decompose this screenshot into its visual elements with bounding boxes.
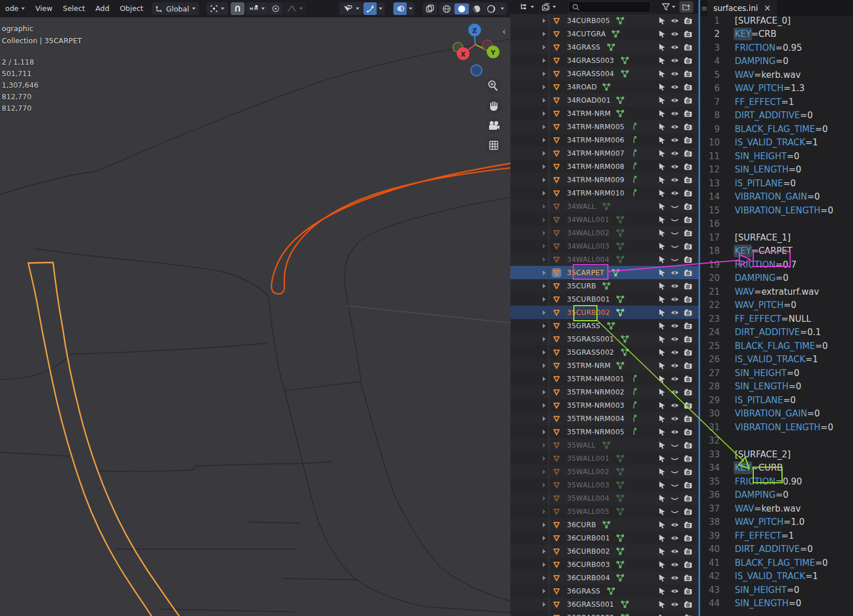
object-data-icon[interactable] — [616, 242, 625, 250]
expand-arrow-icon[interactable] — [543, 456, 546, 461]
outliner-row[interactable]: 35TRM-NRM — [510, 359, 698, 372]
visibility-toggle-icon[interactable] — [670, 587, 679, 596]
mesh-object-icon[interactable] — [552, 202, 561, 211]
code-line[interactable]: 13IS_PITLANE=0 — [700, 176, 853, 190]
outliner-row[interactable]: 36CURB003 — [510, 558, 698, 571]
menu-select[interactable]: Select — [58, 2, 91, 15]
object-data-icon[interactable] — [616, 308, 625, 317]
mesh-object-icon[interactable] — [552, 547, 561, 556]
selectable-toggle-icon[interactable] — [657, 295, 667, 304]
outliner-row[interactable]: 34ROAD — [510, 80, 698, 93]
grid-ortho-button[interactable] — [486, 137, 502, 153]
expand-arrow-icon[interactable] — [543, 297, 546, 302]
outliner-row[interactable]: 34TRM-NRM006 — [510, 133, 698, 147]
selectable-toggle-icon[interactable] — [657, 82, 667, 92]
outliner-row[interactable]: 34WALL — [510, 200, 698, 213]
outliner-row[interactable]: 34GRASS003 — [510, 54, 698, 67]
mesh-object-icon[interactable] — [552, 268, 561, 277]
render-toggle-icon[interactable] — [683, 507, 693, 516]
mesh-object-icon[interactable] — [552, 573, 561, 583]
selected-object-outline-curve[interactable] — [272, 163, 510, 294]
selectable-toggle-icon[interactable] — [657, 109, 667, 118]
outliner-row[interactable]: 35WALL002 — [510, 465, 698, 478]
object-data-icon[interactable] — [616, 573, 625, 582]
render-toggle-icon[interactable] — [683, 308, 693, 317]
zoom-button[interactable] — [486, 78, 502, 94]
show-visibility-dropdown[interactable] — [339, 2, 363, 15]
object-data-icon[interactable] — [616, 96, 625, 104]
outliner-row[interactable]: 34WALL003 — [510, 239, 698, 253]
selectable-toggle-icon[interactable] — [657, 441, 667, 450]
visibility-toggle-icon[interactable] — [670, 308, 679, 317]
expand-arrow-icon[interactable] — [543, 549, 546, 554]
code-line[interactable]: 3FRICTION=0.95 — [700, 41, 853, 55]
selectable-toggle-icon[interactable] — [657, 494, 667, 503]
selectable-toggle-icon[interactable] — [657, 96, 667, 105]
selectable-toggle-icon[interactable] — [657, 242, 667, 251]
visibility-toggle-icon[interactable] — [670, 401, 679, 410]
selectable-toggle-icon[interactable] — [657, 573, 667, 583]
code-line[interactable]: 12SIN_LENGTH=0 — [700, 163, 853, 177]
outliner-row[interactable]: 35TRM-NRM001 — [510, 372, 698, 385]
mesh-object-icon[interactable] — [552, 175, 561, 185]
render-toggle-icon[interactable] — [683, 136, 693, 145]
expand-arrow-icon[interactable] — [543, 204, 546, 209]
selectable-toggle-icon[interactable] — [657, 228, 667, 238]
code-line[interactable]: 6WAV_PITCH=1.3 — [700, 82, 853, 96]
outliner-row[interactable]: 35TRM-NRM004 — [510, 412, 698, 425]
code-line[interactable]: 28SIN_LENGTH=0 — [700, 380, 853, 394]
overlays-toggle[interactable] — [393, 2, 407, 15]
outliner-row[interactable]: 35TRM-NRM002 — [510, 385, 698, 399]
visibility-toggle-icon[interactable] — [670, 560, 679, 569]
code-line[interactable]: 42IS_VALID_TRACK=1 — [700, 570, 853, 584]
object-data-icon[interactable] — [602, 82, 611, 91]
mesh-object-icon[interactable] — [552, 16, 561, 25]
outliner-row[interactable]: 34CURB005 — [510, 14, 698, 27]
selectable-toggle-icon[interactable] — [657, 414, 667, 423]
visibility-toggle-icon[interactable] — [670, 43, 679, 52]
mesh-object-icon[interactable] — [552, 136, 561, 145]
selectable-toggle-icon[interactable] — [657, 388, 667, 397]
outliner-row[interactable]: 36CURB004 — [510, 571, 698, 584]
code-line[interactable]: 1[SURFACE_0] — [700, 14, 853, 28]
selectable-toggle-icon[interactable] — [657, 255, 667, 264]
expand-arrow-icon[interactable] — [543, 430, 546, 434]
render-toggle-icon[interactable] — [683, 122, 693, 132]
shading-material-button[interactable] — [470, 3, 483, 14]
object-data-icon[interactable] — [630, 414, 638, 423]
outliner-row[interactable]: 35WALL004 — [510, 491, 698, 505]
render-toggle-icon[interactable] — [683, 82, 693, 92]
new-collection-button[interactable] — [679, 1, 693, 13]
selectable-toggle-icon[interactable] — [657, 374, 667, 384]
visibility-toggle-icon[interactable] — [670, 242, 679, 251]
outliner-row[interactable]: 34GRASS — [510, 40, 698, 54]
expand-arrow-icon[interactable] — [543, 231, 546, 235]
object-data-icon[interactable] — [621, 600, 629, 609]
expand-arrow-icon[interactable] — [543, 523, 546, 527]
object-data-icon[interactable] — [630, 162, 638, 171]
code-line[interactable]: 22WAV_PITCH=0 — [700, 299, 853, 313]
visibility-toggle-icon[interactable] — [670, 534, 679, 543]
object-data-icon[interactable] — [621, 613, 629, 616]
expand-arrow-icon[interactable] — [543, 363, 546, 368]
active-object-outline-strip[interactable] — [28, 262, 180, 616]
expand-arrow-icon[interactable] — [543, 602, 546, 607]
mesh-object-icon[interactable] — [552, 162, 561, 171]
expand-arrow-icon[interactable] — [543, 178, 546, 182]
outliner-row[interactable]: 36CURB001 — [510, 531, 698, 544]
mesh-object-icon[interactable] — [552, 348, 561, 357]
visibility-toggle-icon[interactable] — [670, 600, 679, 609]
visibility-toggle-icon[interactable] — [670, 281, 679, 291]
expand-arrow-icon[interactable] — [543, 164, 546, 169]
object-data-icon[interactable] — [621, 335, 629, 343]
visibility-toggle-icon[interactable] — [670, 228, 679, 238]
code-line[interactable]: 18KEY=CARPET — [700, 245, 853, 258]
render-toggle-icon[interactable] — [683, 427, 693, 437]
outliner-row[interactable]: 35GRASS001 — [510, 332, 698, 345]
selectable-toggle-icon[interactable] — [657, 16, 667, 25]
render-toggle-icon[interactable] — [683, 560, 693, 569]
selectable-toggle-icon[interactable] — [657, 401, 667, 410]
object-data-icon[interactable] — [616, 507, 625, 516]
mesh-object-icon[interactable] — [552, 189, 561, 198]
3d-viewport[interactable]: Z X Y — [0, 0, 510, 616]
